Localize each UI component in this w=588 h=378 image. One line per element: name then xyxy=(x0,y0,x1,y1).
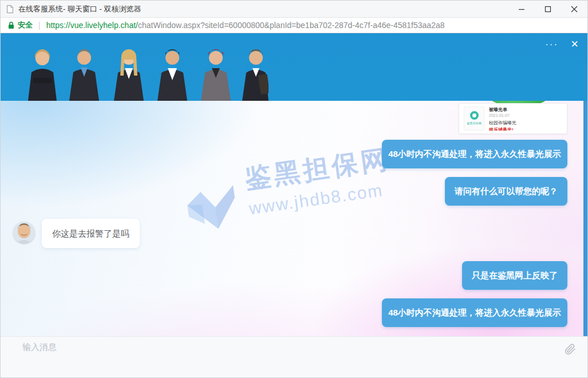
minimize-button[interactable] xyxy=(508,1,535,18)
card-highlight: 娱乐城暴光! xyxy=(489,127,562,131)
watermark: 鉴黑担保网 www.jhdb8.com xyxy=(179,141,397,238)
chat-scrollbar[interactable] xyxy=(583,101,587,337)
watermark-title: 鉴黑担保网 xyxy=(242,141,392,197)
chat-header: ··· × xyxy=(1,33,587,101)
card-description: 校园诈骗曝光 xyxy=(489,120,562,126)
card-date: 2021-01-07 xyxy=(489,113,562,117)
support-team-photo xyxy=(17,42,269,101)
url-secure-part: https://vue.livelyhelp.chat/ xyxy=(46,21,138,30)
message-bubble-outgoing: 只是在鉴黑网上反映了 xyxy=(462,261,567,290)
titlebar: 在线客服系统- 聊天窗口 - 双核浏览器 xyxy=(1,1,587,18)
more-options-icon[interactable]: ··· xyxy=(542,37,562,52)
paperclip-icon xyxy=(565,344,576,355)
chat-transcript: 鉴黑担保网 www.jhdb8.com 鉴黑担保网 被曝光单 2021-01-0… xyxy=(1,101,587,337)
url-text[interactable]: https://vue.livelyhelp.chat/chatWindow.a… xyxy=(46,21,445,30)
chat-close-icon[interactable]: × xyxy=(567,37,582,52)
watermark-url: www.jhdb8.com xyxy=(248,179,395,218)
shared-link-card[interactable]: 鉴黑担保网 被曝光单 2021-01-07 校园诈骗曝光 娱乐城暴光! xyxy=(459,103,567,134)
message-bubble-outgoing: 48小时内不沟通处理，将进入永久性暴光展示 xyxy=(382,298,567,327)
minimize-icon xyxy=(518,6,525,13)
security-label: 安全 xyxy=(18,20,33,30)
message-bubble-outgoing: 48小时内不沟通处理，将进入永久性暴光展示 xyxy=(382,140,567,168)
watermark-text: 鉴黑担保网 www.jhdb8.com xyxy=(242,141,396,229)
page-icon xyxy=(6,5,14,14)
maximize-button[interactable] xyxy=(535,1,561,18)
visitor-avatar xyxy=(13,222,35,243)
close-icon xyxy=(571,6,578,13)
jhdb-badge-icon xyxy=(470,111,479,120)
message-composer xyxy=(1,336,587,377)
attachment-button[interactable] xyxy=(565,344,576,357)
chat-header-actions: ··· × xyxy=(542,37,582,52)
address-bar[interactable]: 安全 | https://vue.livelyhelp.chat/chatWin… xyxy=(1,18,587,33)
card-badge-label: 鉴黑担保网 xyxy=(467,121,482,126)
lock-icon xyxy=(8,21,14,29)
window-controls xyxy=(508,1,587,18)
message-input[interactable] xyxy=(22,342,538,373)
message-bubble-outgoing: 请问有什么可以帮您的呢？ xyxy=(445,177,567,206)
card-title: 被曝光单 xyxy=(489,107,562,113)
message-bubble-incoming: 你这是去报警了是吗 xyxy=(42,219,140,248)
close-button[interactable] xyxy=(561,1,587,18)
card-body: 被曝光单 2021-01-07 校园诈骗曝光 娱乐城暴光! xyxy=(489,107,562,131)
url-path-part: chatWindow.aspx?siteId=60000800&planId=b… xyxy=(138,21,445,30)
card-thumbnail: 鉴黑担保网 xyxy=(464,107,484,131)
browser-window: 在线客服系统- 聊天窗口 - 双核浏览器 安全 | https://vue.li… xyxy=(0,0,588,378)
window-title: 在线客服系统- 聊天窗口 - 双核浏览器 xyxy=(18,4,141,14)
address-separator: | xyxy=(38,21,41,30)
maximize-icon xyxy=(544,6,551,13)
jhdb-logo-icon xyxy=(181,178,243,237)
